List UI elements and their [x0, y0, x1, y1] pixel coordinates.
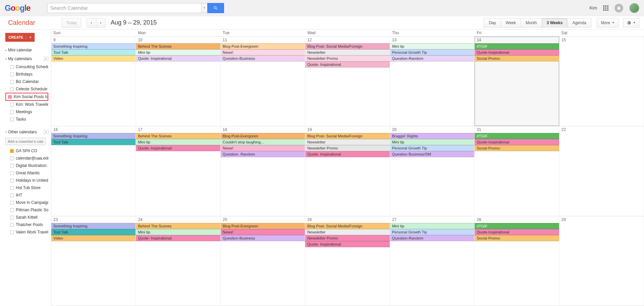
event-chip[interactable]: Video [51, 55, 136, 61]
calendar-item[interactable]: calendar@uaa.edu [5, 155, 48, 162]
day-cell[interactable]: 27Mini tipPersonal Growth TipQuestion-Ra… [390, 216, 475, 306]
event-chip[interactable]: Mini tip [390, 139, 474, 145]
event-chip[interactable]: Newsletter [305, 139, 389, 145]
calendar-item[interactable]: Hot Tub Store [5, 184, 48, 191]
event-chip[interactable]: Blog Post- Social Media/Foreign [305, 133, 389, 139]
day-cell[interactable]: 13Mini tipPersonal Growth TipQuestion-Ra… [390, 37, 475, 126]
today-button[interactable]: Today [62, 18, 81, 28]
event-chip[interactable]: Personal Growth Tip [390, 229, 474, 235]
event-chip[interactable]: News! [221, 49, 305, 55]
event-chip[interactable]: #TGIF [475, 223, 559, 229]
view-3-weeks[interactable]: 3 Weeks [542, 18, 568, 28]
create-button[interactable]: CREATE▼ [5, 33, 35, 42]
event-chip[interactable]: #TGIF [475, 133, 559, 139]
checkbox-icon[interactable] [10, 230, 14, 234]
checkbox-icon[interactable] [10, 216, 14, 219]
my-calendars-toggle[interactable]: ▾ My calendars ▾ [5, 54, 48, 63]
event-chip[interactable]: Something Inspiring [51, 43, 136, 49]
event-chip[interactable]: Behind The Scenes [136, 133, 220, 139]
settings-button[interactable]: ▼ [623, 18, 639, 28]
event-chip[interactable]: Couldn't stop laughing… [221, 139, 305, 145]
calendar-item[interactable]: Biz Calendar [5, 78, 48, 85]
avatar[interactable] [629, 3, 639, 13]
calendar-item[interactable]: Meetings [5, 108, 48, 116]
view-week[interactable]: Week [501, 18, 521, 28]
event-chip[interactable]: Newsletter [305, 49, 389, 55]
day-cell[interactable]: 19Blog Post- Social Media/ForeignNewslet… [305, 126, 390, 216]
next-button[interactable]: › [96, 18, 105, 28]
user-name[interactable]: Kim [590, 5, 597, 10]
checkbox-icon[interactable] [10, 193, 14, 197]
event-chip[interactable]: Social Promo: [475, 145, 559, 151]
event-chip[interactable]: Question-Business [221, 55, 305, 61]
event-chip[interactable]: Tool Talk [51, 49, 136, 55]
more-button[interactable]: More▼ [597, 18, 619, 28]
checkbox-icon[interactable] [10, 164, 14, 168]
event-chip[interactable]: Blog Post-Evergreen [221, 223, 305, 229]
event-chip[interactable]: Quote- Inspirational [305, 241, 389, 247]
other-calendars-toggle[interactable]: ▾ Other calendars ▾ [5, 128, 48, 136]
day-cell[interactable]: 11Blog Post-EvergreenNews!Question-Busin… [221, 37, 305, 126]
event-chip[interactable]: Newsletter Promo [305, 145, 389, 151]
event-chip[interactable]: Quote- Inspirational [136, 235, 220, 241]
checkbox-icon[interactable] [10, 118, 14, 121]
day-cell[interactable]: 17Behind The ScenesMini tipQuote- Inspir… [136, 126, 220, 216]
event-chip[interactable]: Mini tip [390, 223, 474, 229]
event-chip[interactable]: Newsletter Promo [305, 55, 389, 61]
checkbox-icon[interactable] [10, 186, 14, 190]
event-chip[interactable]: Newsletter [305, 229, 389, 235]
event-chip[interactable]: Question-Random [390, 55, 474, 61]
calendar-item[interactable]: Kim Social Posts Ideas [5, 93, 48, 101]
event-chip[interactable]: Blog Post-Evergreen [221, 43, 305, 49]
calendar-item[interactable]: Celeste Schedule [5, 85, 48, 93]
calendar-item[interactable]: Tasks [5, 116, 48, 123]
calendar-item[interactable]: Sarah Kittell [5, 214, 48, 221]
calendar-item[interactable]: Kim: Work Traveling … [5, 101, 48, 108]
day-cell[interactable]: 12Blog Post- Social Media/ForeignNewslet… [305, 37, 390, 126]
view-agenda[interactable]: Agenda [567, 18, 591, 28]
day-cell[interactable]: 29 [559, 216, 644, 306]
checkbox-icon[interactable] [10, 87, 14, 91]
app-title[interactable]: Calendar [8, 19, 45, 27]
calendar-item[interactable]: GA SPA CO [5, 147, 48, 155]
day-cell[interactable]: 24Behind The ScenesMini tipQuote- Inspir… [136, 216, 220, 306]
day-cell[interactable]: 28#TGIFQuote-InspirationalSocial Promo: [475, 216, 559, 306]
checkbox-icon[interactable] [10, 80, 14, 84]
day-cell[interactable]: 9Something InspiringTool TalkVideo [51, 37, 136, 126]
day-cell[interactable]: 25Blog Post-EvergreenNews!Question-Busin… [221, 216, 305, 306]
event-chip[interactable]: Blog Post-Evergreen [221, 133, 305, 139]
event-chip[interactable]: #TGIF [475, 43, 559, 49]
event-chip[interactable]: Blog Post- Social Media/Foreign [305, 223, 389, 229]
other-calendars-options[interactable]: ▾ [44, 130, 48, 134]
calendar-item[interactable]: Birthdays [5, 71, 48, 78]
event-chip[interactable]: Behind The Scenes [136, 43, 220, 49]
checkbox-icon[interactable] [10, 149, 14, 153]
add-coworker-input[interactable] [5, 138, 46, 145]
checkbox-icon[interactable] [10, 157, 14, 160]
event-chip[interactable]: Quote-Inspirational [475, 139, 559, 145]
checkbox-icon[interactable] [10, 65, 14, 69]
event-chip[interactable]: Personal Growth Tip [390, 145, 474, 151]
checkbox-icon[interactable] [10, 201, 14, 205]
event-chip[interactable]: Personal Growth Tip [390, 49, 474, 55]
day-cell[interactable]: 23Something InspiringTool TalkVideo [51, 216, 136, 306]
apps-icon[interactable] [603, 5, 608, 11]
checkbox-icon[interactable] [10, 208, 14, 212]
event-chip[interactable]: News! [221, 229, 305, 235]
search-dropdown-toggle[interactable]: ▼ [202, 3, 208, 13]
checkbox-icon[interactable] [8, 95, 12, 99]
event-chip[interactable]: Question-Business [221, 235, 305, 241]
google-logo[interactable]: Google [5, 3, 31, 13]
event-chip[interactable]: Behind The Scenes [136, 223, 220, 229]
calendar-item[interactable]: Digital Illustration: C… [5, 162, 48, 169]
day-cell[interactable]: 21#TGIFQuote-InspirationalSocial Promo: [475, 126, 559, 216]
calendar-item[interactable]: Valen Work Travelin… [5, 228, 48, 236]
event-chip[interactable]: Mini tip [136, 49, 220, 55]
event-chip[interactable]: Question Business/SM [390, 151, 474, 157]
day-cell[interactable]: 15 [559, 37, 644, 126]
event-chip[interactable]: Tool Talk [51, 229, 136, 235]
view-day[interactable]: Day [484, 18, 500, 28]
checkbox-icon[interactable] [10, 179, 14, 182]
event-chip[interactable]: Braggin' Rights [390, 133, 474, 139]
event-chip[interactable]: Tool Talk [51, 139, 136, 145]
